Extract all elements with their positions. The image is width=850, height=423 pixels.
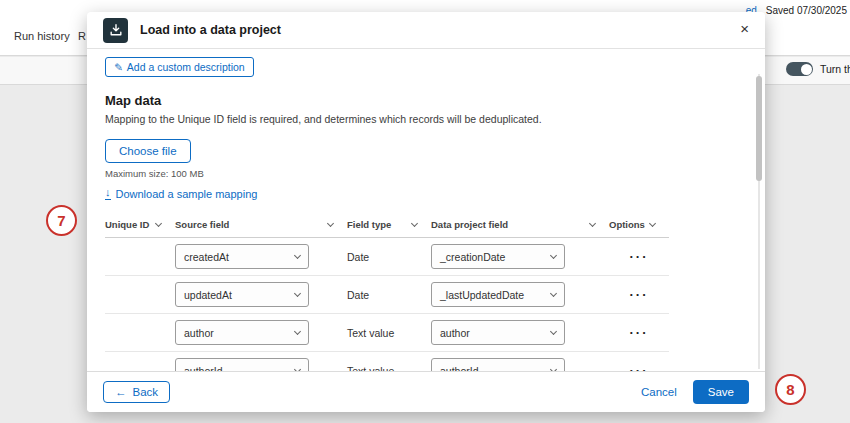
cancel-button[interactable]: Cancel bbox=[641, 386, 677, 398]
workflow-toggle-label: Turn the w bbox=[820, 63, 850, 75]
col-unique-id: Unique ID bbox=[105, 219, 175, 230]
workflow-toggle[interactable] bbox=[786, 62, 813, 76]
data-project-field-select[interactable]: author bbox=[431, 320, 565, 345]
chevron-down-icon[interactable] bbox=[649, 219, 656, 226]
modal-title: Load into a data project bbox=[140, 23, 281, 37]
table-row: authorId Text value authorId ··· bbox=[105, 352, 669, 371]
annotation-step-7: 7 bbox=[46, 205, 77, 236]
select-value: _lastUpdatedDate bbox=[440, 289, 524, 301]
col-data-project-field: Data project field bbox=[431, 219, 609, 230]
table-header-row: Unique ID Source field Field type Data p… bbox=[105, 212, 669, 238]
back-arrow-icon: ← bbox=[115, 386, 127, 398]
table-row: updatedAt Date _lastUpdatedDate ··· bbox=[105, 276, 669, 314]
load-data-project-modal: Load into a data project × ✎Add a custom… bbox=[87, 12, 765, 412]
tab-run-history[interactable]: Run history bbox=[14, 30, 70, 42]
saved-timestamp: Saved 07/30/2025 bbox=[766, 5, 847, 16]
select-value: author bbox=[440, 327, 470, 339]
mapping-table: Unique ID Source field Field type Data p… bbox=[105, 212, 669, 371]
data-project-field-select[interactable]: _lastUpdatedDate bbox=[431, 282, 565, 307]
col-label: Source field bbox=[175, 219, 229, 230]
scrollbar-thumb[interactable] bbox=[756, 76, 762, 181]
chevron-down-icon bbox=[294, 290, 301, 297]
source-field-select[interactable]: createdAt bbox=[175, 244, 309, 269]
options-menu-icon[interactable]: ··· bbox=[609, 285, 669, 304]
chevron-down-icon bbox=[294, 328, 301, 335]
footer-actions: Cancel Save bbox=[641, 380, 749, 404]
map-data-title: Map data bbox=[105, 93, 747, 108]
chevron-down-icon[interactable] bbox=[411, 219, 418, 226]
chevron-down-icon[interactable] bbox=[155, 219, 162, 226]
max-size-text: Maximum size: 100 MB bbox=[105, 168, 747, 179]
col-label: Options bbox=[609, 219, 645, 230]
download-label: Download a sample mapping bbox=[116, 188, 258, 200]
select-value: _creationDate bbox=[440, 251, 505, 263]
options-menu-icon[interactable]: ··· bbox=[609, 323, 669, 342]
table-row: createdAt Date _creationDate ··· bbox=[105, 238, 669, 276]
field-type-cell: Date bbox=[347, 251, 431, 263]
add-description-label: Add a custom description bbox=[127, 61, 245, 73]
col-label: Data project field bbox=[431, 219, 508, 230]
col-label: Unique ID bbox=[105, 219, 149, 230]
map-data-description: Mapping to the Unique ID field is requir… bbox=[105, 113, 747, 125]
choose-file-button[interactable]: Choose file bbox=[105, 139, 191, 163]
select-value: author bbox=[184, 327, 214, 339]
modal-header: Load into a data project × bbox=[87, 12, 765, 49]
data-project-field-select[interactable]: _creationDate bbox=[431, 244, 565, 269]
col-field-type: Field type bbox=[347, 219, 431, 230]
tab-fragment[interactable]: R bbox=[78, 30, 86, 42]
toggle-knob-icon bbox=[801, 64, 812, 75]
col-source-field: Source field bbox=[175, 219, 347, 230]
chevron-down-icon bbox=[550, 328, 557, 335]
select-value: updatedAt bbox=[184, 289, 232, 301]
source-field-select[interactable]: updatedAt bbox=[175, 282, 309, 307]
load-data-icon bbox=[103, 18, 128, 43]
save-button[interactable]: Save bbox=[693, 380, 749, 404]
back-label: Back bbox=[133, 386, 159, 398]
data-project-field-select[interactable]: authorId bbox=[431, 358, 565, 371]
workflow-toggle-group: Turn the w bbox=[786, 62, 850, 76]
modal-body: ✎Add a custom description Map data Mappi… bbox=[87, 49, 765, 371]
field-type-cell: Text value bbox=[347, 327, 431, 339]
field-type-cell: Date bbox=[347, 289, 431, 301]
annotation-step-8: 8 bbox=[775, 374, 806, 405]
chevron-down-icon[interactable] bbox=[327, 219, 334, 226]
select-value: createdAt bbox=[184, 251, 229, 263]
chevron-down-icon bbox=[294, 252, 301, 259]
download-icon: ↓ bbox=[105, 187, 111, 200]
chevron-down-icon bbox=[550, 252, 557, 259]
source-field-select[interactable]: authorId bbox=[175, 358, 309, 371]
col-options: Options bbox=[609, 219, 669, 230]
options-menu-icon[interactable]: ··· bbox=[609, 361, 669, 371]
modal-footer: ←Back Cancel Save bbox=[87, 371, 765, 412]
source-field-select[interactable]: author bbox=[175, 320, 309, 345]
edit-icon: ✎ bbox=[114, 61, 123, 73]
chevron-down-icon bbox=[550, 290, 557, 297]
back-button[interactable]: ←Back bbox=[103, 381, 170, 403]
options-menu-icon[interactable]: ··· bbox=[609, 247, 669, 266]
download-sample-mapping-link[interactable]: ↓ Download a sample mapping bbox=[105, 187, 257, 200]
chevron-down-icon[interactable] bbox=[589, 219, 596, 226]
close-icon[interactable]: × bbox=[740, 21, 749, 36]
add-description-button[interactable]: ✎Add a custom description bbox=[105, 57, 254, 77]
table-row: author Text value author ··· bbox=[105, 314, 669, 352]
col-label: Field type bbox=[347, 219, 391, 230]
